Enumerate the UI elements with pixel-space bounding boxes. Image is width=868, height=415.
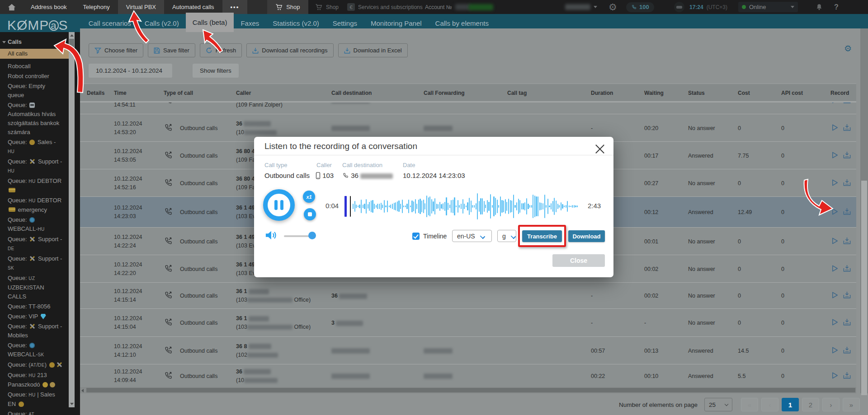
col-header-call-tag[interactable]: Call tag	[507, 84, 527, 102]
format-select[interactable]: g	[497, 230, 516, 242]
sidebar-item[interactable]: Queue: AT	[0, 409, 69, 415]
language-select[interactable]: en-US	[452, 230, 492, 242]
topbar-shop-dim[interactable]: Shop	[315, 0, 339, 14]
col-header-api-cost[interactable]: API cost	[781, 84, 803, 102]
sidebar-group-calls[interactable]: Calls	[0, 37, 69, 47]
volume-thumb[interactable]	[308, 232, 316, 239]
table-row[interactable]: 10.12.202414:09:44Outbound calls36 (1000…	[80, 364, 856, 387]
topbar-item-automated-calls[interactable]: Automated calls	[164, 0, 222, 14]
table-settings-gear-icon[interactable]: ⚙	[844, 43, 852, 54]
col-header-record[interactable]: Record	[830, 84, 849, 102]
table-row[interactable]: 10.12.202414:54:11Outbound calls36 (109 …	[80, 102, 856, 114]
sidebar-item[interactable]: Queue: HU DEBTOR	[0, 176, 69, 196]
play-record-icon[interactable]	[830, 264, 839, 274]
topbar-item-virtual-pbx[interactable]: Virtual PBX	[118, 0, 164, 14]
col-header-details[interactable]: Details	[87, 84, 104, 102]
col-header-type-of-call[interactable]: Type of call	[164, 84, 193, 102]
download-record-icon[interactable]	[843, 211, 851, 217]
col-header-time[interactable]: Time	[114, 84, 127, 102]
save-filter-button[interactable]: Save filter	[148, 43, 195, 57]
col-header-call-destination[interactable]: Call destination	[331, 84, 372, 102]
topbar-services[interactable]: € Services and subscriptions	[347, 0, 423, 14]
status-dropdown[interactable]: Online	[738, 0, 798, 14]
stop-button[interactable]	[304, 208, 316, 220]
sidebar-item[interactable]: Queue: Support - HU	[0, 157, 69, 176]
nav-tab-calls-beta-[interactable]: Calls (beta)	[186, 13, 234, 32]
account-selector[interactable]	[565, 0, 597, 14]
page-button-›[interactable]: ›	[822, 398, 840, 411]
col-header-caller[interactable]: Caller	[236, 84, 251, 102]
download-button[interactable]: Download	[568, 230, 605, 242]
download-record-icon[interactable]	[843, 268, 851, 274]
topbar-item-telephony[interactable]: Telephony	[75, 0, 118, 14]
page-button-2[interactable]: 2	[802, 398, 819, 411]
play-record-icon[interactable]	[830, 371, 839, 381]
download-record-icon[interactable]	[843, 350, 851, 356]
topbar-shop-button[interactable]: Shop	[267, 0, 308, 14]
download-record-icon[interactable]	[843, 182, 851, 188]
horizontal-scrollbar[interactable]	[80, 387, 856, 393]
sidebar-item[interactable]: Robocall	[0, 61, 69, 71]
close-icon[interactable]	[595, 143, 604, 152]
play-record-icon[interactable]	[830, 123, 839, 133]
col-header-cost[interactable]: Cost	[738, 84, 750, 102]
play-record-icon[interactable]	[830, 237, 839, 247]
sidebar-item[interactable]: Queue: WEBCALL-SK	[0, 340, 69, 360]
download-record-icon[interactable]	[843, 102, 851, 106]
sidebar-scrollbar[interactable]	[69, 32, 75, 407]
choose-filter-button[interactable]: Choose filter	[89, 43, 143, 57]
waveform[interactable]	[344, 189, 580, 224]
play-record-icon[interactable]	[830, 178, 839, 188]
volume-icon[interactable]	[264, 230, 279, 241]
col-header-call-forwarding[interactable]: Call Forwarding	[424, 84, 465, 102]
download-record-icon[interactable]	[843, 322, 851, 328]
play-record-icon[interactable]	[830, 346, 839, 356]
download-record-icon[interactable]	[843, 294, 851, 301]
speed-button[interactable]: x1	[303, 191, 315, 203]
table-row[interactable]: 10.12.202414:15:04Outbound calls36 1 (10…	[80, 308, 856, 336]
sidebar-item[interactable]: Queue: Support - SK	[0, 254, 69, 273]
play-record-icon[interactable]	[830, 151, 839, 161]
vertical-scrollbar[interactable]	[860, 28, 868, 393]
sidebar-item[interactable]: Queue: Sales - HU	[0, 137, 69, 157]
per-page-select[interactable]: 25	[704, 398, 732, 411]
play-record-icon[interactable]	[830, 207, 839, 217]
home-icon[interactable]	[0, 0, 23, 14]
page-button-«[interactable]: «	[741, 398, 758, 411]
download-in-excel-button[interactable]: Download in Excel	[338, 43, 408, 57]
play-record-icon[interactable]	[830, 102, 839, 106]
download-record-icon[interactable]	[843, 127, 851, 133]
download-record-icon[interactable]	[843, 375, 851, 381]
sidebar-item[interactable]: Queue: VIP	[0, 312, 69, 322]
sidebar-item[interactable]: Queue: Support - DE	[0, 234, 69, 254]
play-record-icon[interactable]	[830, 291, 839, 301]
sidebar-item[interactable]: Queue: HU DEBTOR emergency	[0, 196, 69, 215]
sidebar-item[interactable]: Robot controller	[0, 71, 69, 81]
col-header-waiting[interactable]: Waiting	[644, 84, 664, 102]
play-record-icon[interactable]	[830, 318, 839, 328]
timeline-checkbox[interactable]	[412, 233, 420, 240]
table-row[interactable]: 10.12.202414:12:10Outbound calls36 8 (10…	[80, 336, 856, 364]
date-range-button[interactable]: 10.12.2024 - 10.12.2024	[89, 64, 172, 78]
download-record-icon[interactable]	[843, 154, 851, 161]
assistant-avatar[interactable]	[674, 0, 684, 14]
refresh-button[interactable]: Refresh	[200, 43, 242, 57]
page-button-‹[interactable]: ‹	[761, 398, 778, 411]
sidebar-item[interactable]: Queue: Automatikus hívás szolgáltatás ba…	[0, 100, 69, 137]
page-button-»[interactable]: »	[843, 398, 860, 411]
col-header-duration[interactable]: Duration	[591, 84, 613, 102]
sidebar-item[interactable]: Queue: (AT/DE)	[0, 360, 69, 370]
sidebar-item[interactable]: Queue: HU 213 Panaszkodó	[0, 370, 69, 390]
col-header-status[interactable]: Status	[688, 84, 705, 102]
logo[interactable]: KØMPaS	[7, 18, 68, 33]
help-icon[interactable]: ?	[834, 0, 839, 14]
sidebar-item[interactable]: Queue: UZ UZBEKISTAN CALLS	[0, 273, 69, 302]
download-call-recordings-button[interactable]: Download call recordings	[246, 43, 333, 57]
sidebar-item[interactable]: Queue: Emptyqueue	[0, 81, 69, 100]
table-row[interactable]: 10.12.202414:15:14Outbound calls36 1 (10…	[80, 282, 856, 308]
settings-gear-icon[interactable]: ⚙	[609, 0, 617, 14]
notification-bell-icon[interactable]	[815, 0, 823, 14]
close-button[interactable]: Close	[552, 254, 605, 267]
sidebar-item[interactable]: Queue: TT-8056	[0, 302, 69, 312]
sidebar-item[interactable]: Queue: HU | Sales EN	[0, 390, 69, 409]
